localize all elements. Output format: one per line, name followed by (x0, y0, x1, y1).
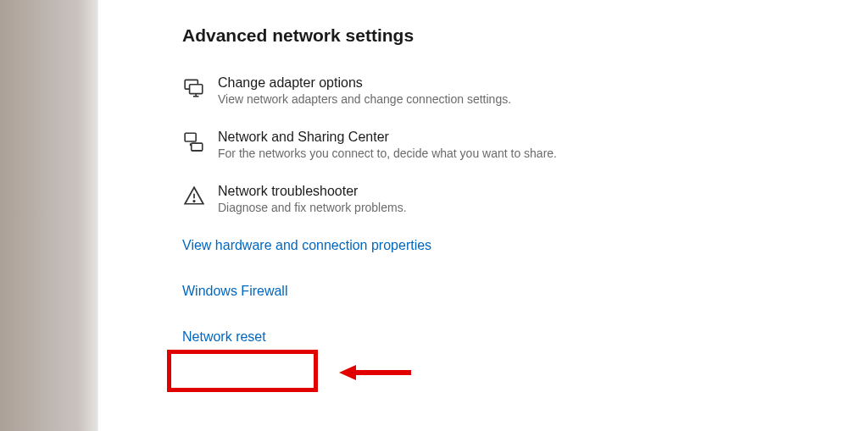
warning-icon (182, 184, 206, 207)
sharing-icon (182, 130, 206, 153)
change-adapter-options[interactable]: Change adapter options View network adap… (182, 75, 818, 106)
setting-text: Change adapter options View network adap… (218, 75, 511, 106)
network-sharing-center[interactable]: Network and Sharing Center For the netwo… (182, 130, 818, 160)
setting-desc: View network adapters and change connect… (218, 92, 511, 106)
link-windows-firewall[interactable]: Windows Firewall (182, 284, 287, 299)
adapter-icon (182, 75, 206, 99)
svg-rect-4 (185, 133, 196, 141)
settings-content: Advanced network settings Change adapter… (182, 25, 818, 375)
setting-heading: Network troubleshooter (218, 184, 407, 199)
setting-desc: Diagnose and fix network problems. (218, 201, 407, 214)
link-network-reset[interactable]: Network reset (182, 329, 266, 345)
section-title: Advanced network settings (182, 25, 818, 46)
svg-rect-1 (190, 85, 203, 94)
svg-rect-5 (192, 143, 203, 151)
link-hardware-properties[interactable]: View hardware and connection properties (182, 238, 431, 253)
network-troubleshooter[interactable]: Network troubleshooter Diagnose and fix … (182, 184, 818, 214)
setting-heading: Change adapter options (218, 75, 511, 91)
setting-text: Network and Sharing Center For the netwo… (218, 130, 557, 160)
svg-point-7 (193, 201, 195, 202)
setting-text: Network troubleshooter Diagnose and fix … (218, 184, 407, 214)
setting-desc: For the networks you connect to, decide … (218, 146, 557, 160)
setting-heading: Network and Sharing Center (218, 130, 557, 145)
left-gradient-decoration (0, 0, 157, 431)
